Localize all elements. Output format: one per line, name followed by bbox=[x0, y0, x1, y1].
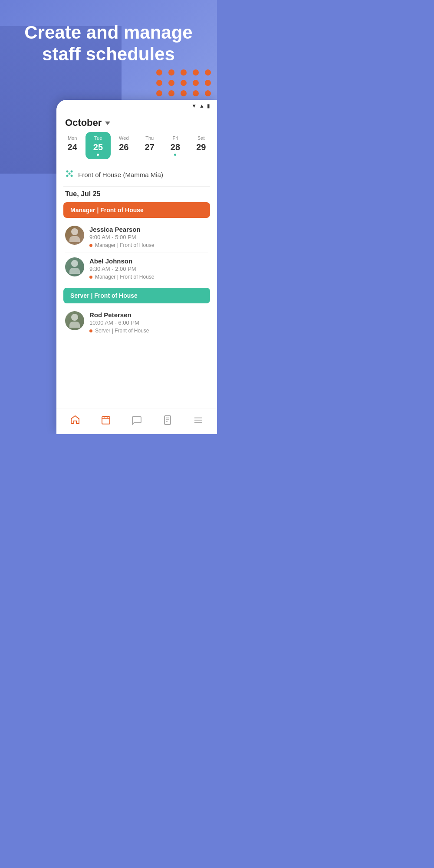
nav-item-messages[interactable] bbox=[122, 415, 152, 427]
location-name: Front of House (Mamma Mia) bbox=[78, 171, 163, 178]
dot-3 bbox=[181, 69, 187, 76]
svg-rect-5 bbox=[102, 417, 110, 424]
abel-time: 9:30 AM - 2:00 PM bbox=[89, 266, 208, 272]
month-header[interactable]: October bbox=[56, 112, 217, 132]
tasks-icon bbox=[162, 415, 173, 427]
abel-role-dot bbox=[89, 276, 92, 279]
cal-day-num-thu: 27 bbox=[145, 142, 155, 152]
cal-day-num-fri: 28 bbox=[171, 142, 180, 152]
jessica-name: Jessica Pearson bbox=[89, 226, 208, 233]
dot-4 bbox=[193, 69, 199, 76]
signal-icon: ▲ bbox=[199, 103, 204, 109]
location-row[interactable]: Front of House (Mamma Mia) bbox=[56, 163, 217, 186]
abel-role-label: Manager | Front of House bbox=[95, 274, 155, 280]
rod-silhouette bbox=[65, 311, 84, 330]
cal-day-name-sat: Sat bbox=[197, 135, 205, 141]
battery-icon: ▮ bbox=[207, 103, 210, 109]
svg-rect-9 bbox=[164, 416, 171, 424]
dot-9 bbox=[193, 80, 199, 86]
hero-title-line1: Create and manage bbox=[24, 22, 192, 43]
avatar-rod bbox=[65, 311, 84, 330]
dot-1 bbox=[156, 69, 162, 76]
svg-point-0 bbox=[66, 171, 69, 173]
dot-12 bbox=[168, 90, 174, 96]
messages-icon bbox=[132, 415, 142, 427]
cal-day-dot-fri bbox=[174, 154, 176, 156]
hero-title: Create and manage staff schedules bbox=[0, 22, 217, 66]
abel-body bbox=[69, 268, 80, 274]
calendar-icon bbox=[101, 415, 111, 427]
jessica-head bbox=[71, 228, 78, 235]
avatar-abel bbox=[65, 257, 84, 276]
nav-item-tasks[interactable] bbox=[152, 415, 183, 427]
abel-silhouette bbox=[65, 257, 84, 276]
server-role-label: Server | Front of House bbox=[70, 292, 138, 299]
calendar-day-fri[interactable]: Fri 28 bbox=[163, 132, 187, 159]
location-icon bbox=[65, 169, 74, 180]
dots-decoration bbox=[156, 69, 213, 96]
jessica-info: Jessica Pearson 9:00 AM - 5:00 PM Manage… bbox=[89, 226, 208, 248]
abel-name: Abel Johnson bbox=[89, 257, 208, 265]
rod-head bbox=[71, 314, 78, 321]
svg-point-1 bbox=[71, 171, 73, 173]
cal-day-dot-tue bbox=[97, 154, 99, 156]
abel-head bbox=[71, 260, 78, 267]
cal-day-num-tue: 25 bbox=[93, 142, 103, 152]
main-scroll-area[interactable]: October Mon 24 Tue 25 Wed 26 Thu bbox=[56, 112, 217, 420]
svg-point-2 bbox=[66, 175, 69, 177]
manager-role-label: Manager | Front of House bbox=[70, 207, 144, 214]
wifi-icon: ▼ bbox=[191, 103, 197, 109]
bottom-spacer bbox=[56, 338, 217, 368]
staff-item-rod[interactable]: Rod Petersen 10:00 AM - 6:00 PM Server |… bbox=[56, 307, 217, 338]
bottom-nav bbox=[56, 408, 217, 434]
menu-icon bbox=[193, 415, 204, 427]
rod-info: Rod Petersen 10:00 AM - 6:00 PM Server |… bbox=[89, 311, 208, 334]
month-title: October bbox=[65, 117, 102, 128]
calendar-day-wed[interactable]: Wed 26 bbox=[112, 132, 136, 159]
staff-item-jessica[interactable]: Jessica Pearson 9:00 AM - 5:00 PM Manage… bbox=[56, 221, 217, 253]
calendar-day-sat[interactable]: Sat 29 bbox=[189, 132, 214, 159]
cal-day-name-wed: Wed bbox=[119, 135, 128, 141]
rod-role-label: Server | Front of House bbox=[95, 328, 149, 334]
staff-item-abel[interactable]: Abel Johnson 9:30 AM - 2:00 PM Manager |… bbox=[56, 253, 217, 284]
rod-role-dot bbox=[89, 329, 92, 332]
server-role-banner: Server | Front of House bbox=[63, 288, 210, 303]
rod-name: Rod Petersen bbox=[89, 311, 208, 319]
nav-item-calendar[interactable] bbox=[91, 415, 122, 427]
calendar-day-mon[interactable]: Mon 24 bbox=[60, 132, 85, 159]
calendar-day-thu[interactable]: Thu 27 bbox=[137, 132, 162, 159]
dot-8 bbox=[181, 80, 187, 86]
nav-item-home[interactable] bbox=[60, 415, 91, 427]
month-chevron-icon[interactable] bbox=[105, 122, 110, 125]
dot-5 bbox=[205, 69, 211, 76]
jessica-role-row: Manager | Front of House bbox=[89, 242, 208, 248]
jessica-body bbox=[69, 236, 80, 242]
cal-day-name-mon: Mon bbox=[68, 135, 77, 141]
manager-role-banner: Manager | Front of House bbox=[63, 202, 210, 218]
date-label: Tue, Jul 25 bbox=[56, 187, 217, 202]
dot-14 bbox=[193, 90, 199, 96]
hero-title-line2: staff schedules bbox=[42, 44, 175, 64]
calendar-day-tue[interactable]: Tue 25 bbox=[85, 132, 110, 159]
dot-15 bbox=[205, 90, 211, 96]
rod-time: 10:00 AM - 6:00 PM bbox=[89, 319, 208, 326]
dot-10 bbox=[205, 80, 211, 86]
dot-6 bbox=[156, 80, 162, 86]
jessica-role-label: Manager | Front of House bbox=[95, 242, 155, 248]
svg-point-3 bbox=[71, 175, 73, 177]
cal-day-name-tue: Tue bbox=[94, 135, 102, 141]
dot-11 bbox=[156, 90, 162, 96]
cal-day-num-mon: 24 bbox=[68, 142, 77, 152]
calendar-week: Mon 24 Tue 25 Wed 26 Thu 27 Fri 28 bbox=[56, 132, 217, 163]
cal-day-name-thu: Thu bbox=[145, 135, 154, 141]
dot-2 bbox=[168, 69, 174, 76]
abel-role-row: Manager | Front of House bbox=[89, 274, 208, 280]
dot-13 bbox=[181, 90, 187, 96]
jessica-time: 9:00 AM - 5:00 PM bbox=[89, 234, 208, 240]
avatar-jessica bbox=[65, 226, 84, 245]
nav-item-menu[interactable] bbox=[183, 415, 214, 427]
cal-day-num-wed: 26 bbox=[119, 142, 128, 152]
status-bar: ▼ ▲ ▮ bbox=[56, 100, 217, 112]
rod-body bbox=[69, 322, 80, 328]
home-icon bbox=[70, 415, 80, 427]
